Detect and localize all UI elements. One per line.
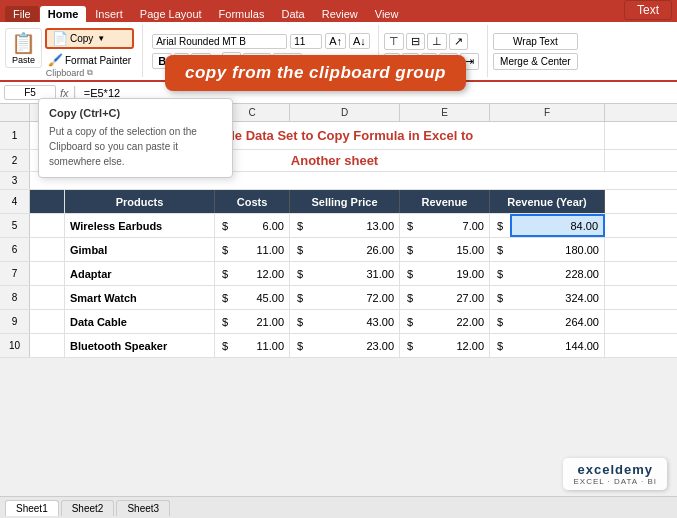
merge-center-button[interactable]: Merge & Center [493,53,578,70]
tab-insert[interactable]: Insert [87,6,131,22]
cell-5c-dollar[interactable]: $ [215,214,235,237]
cell-10b[interactable]: Bluetooth Speaker [65,334,215,357]
cell-9c-dollar[interactable]: $ [215,310,235,333]
cell-8c-val[interactable]: 45.00 [235,286,290,309]
font-increase-button[interactable]: A↑ [325,33,346,49]
cell-8e-dollar[interactable]: $ [400,286,420,309]
cell-7c-val[interactable]: 12.00 [235,262,290,285]
cell-7d-val[interactable]: 31.00 [310,262,400,285]
cell-10d-val[interactable]: 23.00 [310,334,400,357]
cell-10c-val[interactable]: 11.00 [235,334,290,357]
cell-8b[interactable]: Smart Watch [65,286,215,309]
tab-view[interactable]: View [367,6,407,22]
cell-6e-val[interactable]: 15.00 [420,238,490,261]
cell-7e-val[interactable]: 19.00 [420,262,490,285]
tab-page-layout[interactable]: Page Layout [132,6,210,22]
cell-10d-dollar[interactable]: $ [290,334,310,357]
text-group-button[interactable]: Text [624,0,672,20]
cell-10f-val[interactable]: 144.00 [510,334,605,357]
cell-5e-dollar[interactable]: $ [400,214,420,237]
cell-5f-val[interactable]: 84.00 [510,214,605,237]
cell-6d-val[interactable]: 26.00 [310,238,400,261]
font-name-input[interactable] [152,34,287,49]
cell-10f-dollar[interactable]: $ [490,334,510,357]
cell-7e-dollar[interactable]: $ [400,262,420,285]
cell-6c-val[interactable]: 11.00 [235,238,290,261]
cell-6f-val[interactable]: 180.00 [510,238,605,261]
cell-8c-dollar[interactable]: $ [215,286,235,309]
cell-6e-dollar[interactable]: $ [400,238,420,261]
tab-data[interactable]: Data [273,6,312,22]
tab-formulas[interactable]: Formulas [211,6,273,22]
cell-8f-val[interactable]: 324.00 [510,286,605,309]
clipboard-expand-icon[interactable]: ⧉ [87,68,93,78]
cell-10e-dollar[interactable]: $ [400,334,420,357]
cell-5d-dollar[interactable]: $ [290,214,310,237]
cell-8d-dollar[interactable]: $ [290,286,310,309]
align-top-button[interactable]: ⊤ [384,33,404,50]
header-costs[interactable]: Costs [215,190,290,213]
cell-9f-val[interactable]: 264.00 [510,310,605,333]
exceldemy-logo: exceldemy EXCEL · DATA · BI [563,458,667,490]
cell-6b[interactable]: Gimbal [65,238,215,261]
header-products[interactable]: Products [65,190,215,213]
copy-button[interactable]: 📄 Copy ▼ [45,28,134,49]
cell-7c-dollar[interactable]: $ [215,262,235,285]
cell-7b[interactable]: Adaptar [65,262,215,285]
paste-icon: 📋 [11,31,36,55]
wrap-text-button[interactable]: Wrap Text [493,33,578,50]
tooltip-description: Put a copy of the selection on the Clipb… [49,124,222,169]
wrap-merge-group: Wrap Text Merge & Center [493,25,578,77]
header-revenue-year[interactable]: Revenue (Year) [490,190,605,213]
cell-9c-val[interactable]: 21.00 [235,310,290,333]
cell-8e-val[interactable]: 27.00 [420,286,490,309]
cell-5e-val[interactable]: 7.00 [420,214,490,237]
cell-9e-dollar[interactable]: $ [400,310,420,333]
format-painter-button[interactable]: 🖌️ Format Painter [45,52,134,68]
cell-5d-val[interactable]: 13.00 [310,214,400,237]
cell-9f-dollar[interactable]: $ [490,310,510,333]
header-revenue[interactable]: Revenue [400,190,490,213]
cell-10c-dollar[interactable]: $ [215,334,235,357]
table-row: 7 Adaptar $ 12.00 $ 31.00 $ 19.00 $ 228.… [0,262,677,286]
cell-6f-dollar[interactable]: $ [490,238,510,261]
tab-file[interactable]: File [5,6,39,22]
cell-6d-dollar[interactable]: $ [290,238,310,261]
header-selling-price[interactable]: Selling Price [290,190,400,213]
sheet-tab-2[interactable]: Sheet2 [61,500,115,516]
copy-dropdown-arrow[interactable]: ▼ [97,34,105,43]
align-bottom-button[interactable]: ⊥ [427,33,447,50]
cell-7f-val[interactable]: 228.00 [510,262,605,285]
cell-5f-dollar[interactable]: $ [490,214,510,237]
tab-home[interactable]: Home [40,6,87,22]
cell-9e-val[interactable]: 22.00 [420,310,490,333]
cell-9d-dollar[interactable]: $ [290,310,310,333]
copy-icon: 📄 [52,31,68,46]
cell-5a[interactable] [30,214,65,237]
orientation-button[interactable]: ↗ [449,33,468,50]
table-row: 9 Data Cable $ 21.00 $ 43.00 $ 22.00 $ 2… [0,310,677,334]
tab-review[interactable]: Review [314,6,366,22]
cell-7f-dollar[interactable]: $ [490,262,510,285]
cell-10e-val[interactable]: 12.00 [420,334,490,357]
cell-9b[interactable]: Data Cable [65,310,215,333]
paste-button[interactable]: 📋 Paste [5,28,42,68]
row-num: 4 [0,190,30,213]
sheet-tab-3[interactable]: Sheet3 [116,500,170,516]
font-size-input[interactable] [290,34,322,49]
cell-6c-dollar[interactable]: $ [215,238,235,261]
cell-7d-dollar[interactable]: $ [290,262,310,285]
row-num: 5 [0,214,30,237]
cell-5c-val[interactable]: 6.00 [235,214,290,237]
cell-8f-dollar[interactable]: $ [490,286,510,309]
row-num: 8 [0,286,30,309]
row-num: 10 [0,334,30,357]
sheet-tab-1[interactable]: Sheet1 [5,500,59,516]
cell-5b[interactable]: Wireless Earbuds [65,214,215,237]
cell-8d-val[interactable]: 72.00 [310,286,400,309]
font-decrease-button[interactable]: A↓ [349,33,370,49]
table-row: 10 Bluetooth Speaker $ 11.00 $ 23.00 $ 1… [0,334,677,358]
align-middle-button[interactable]: ⊟ [406,33,425,50]
cell-9d-val[interactable]: 43.00 [310,310,400,333]
table-row: 6 Gimbal $ 11.00 $ 26.00 $ 15.00 $ 180.0… [0,238,677,262]
